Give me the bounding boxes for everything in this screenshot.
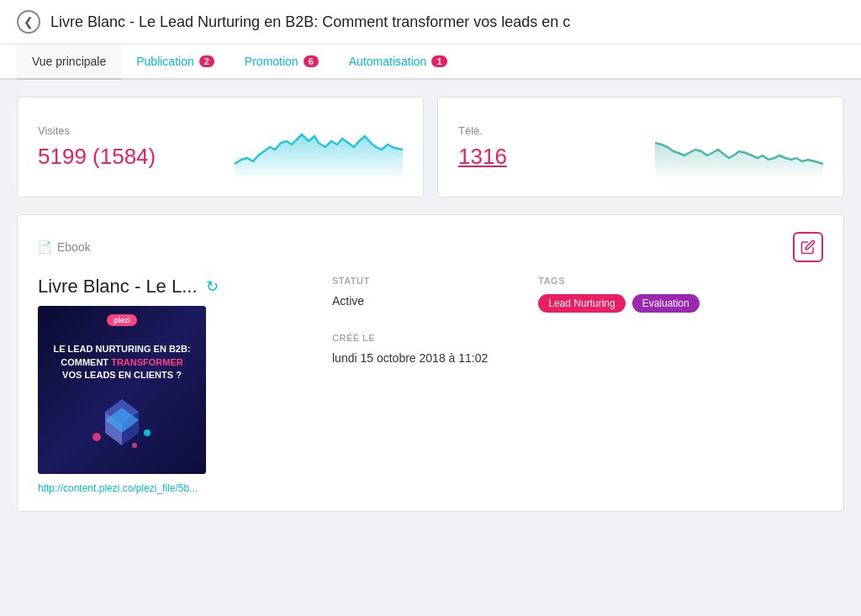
visites-card: Visites 5199 (1584) bbox=[17, 97, 424, 197]
created-label: CRÉÉ LE bbox=[332, 333, 488, 343]
visites-value[interactable]: 5199 (1584) bbox=[38, 144, 156, 170]
visites-left: Visites 5199 (1584) bbox=[38, 124, 156, 170]
tab-publication-label: Publication bbox=[136, 55, 194, 68]
tab-publication[interactable]: Publication 2 bbox=[121, 45, 230, 80]
tab-automatisation[interactable]: Automatisation 1 bbox=[334, 45, 462, 80]
tele-left: Télé. 1316 bbox=[458, 124, 507, 170]
stats-row: Visites 5199 (1584) Télé. 1316 bbox=[17, 97, 844, 197]
ebook-label-text: Ebook bbox=[57, 240, 91, 254]
tab-publication-badge: 2 bbox=[199, 55, 214, 67]
svg-point-6 bbox=[132, 443, 137, 448]
main-content: Visites 5199 (1584) Télé. 1316 bbox=[0, 80, 861, 529]
content-body: Livre Blanc - Le L... ↻ plezi LE LEAD NU… bbox=[38, 276, 823, 494]
visites-chart bbox=[235, 118, 403, 176]
status-value: Active bbox=[332, 294, 488, 308]
header: ❮ Livre Blanc - Le Lead Nurturing en B2B… bbox=[0, 0, 861, 45]
content-title-text: Livre Blanc - Le L... bbox=[38, 276, 198, 297]
visites-label: Visites bbox=[38, 124, 156, 137]
tabs-bar: Vue principale Publication 2 Promotion 6… bbox=[0, 45, 861, 80]
content-card: 📄 Ebook Livre Blanc - Le L... ↻ bbox=[17, 214, 844, 512]
cover-badge: plezi bbox=[107, 314, 137, 326]
status-section: STATUT Active bbox=[332, 276, 488, 308]
tele-value[interactable]: 1316 bbox=[458, 144, 507, 170]
tab-promotion-badge: 6 bbox=[304, 55, 319, 67]
cover-illustration bbox=[80, 391, 164, 454]
tags-container: Lead Nurturing Evaluation bbox=[538, 294, 699, 313]
tag-evaluation[interactable]: Evaluation bbox=[632, 294, 700, 313]
content-left: Livre Blanc - Le L... ↻ plezi LE LEAD NU… bbox=[38, 276, 307, 494]
tab-promotion[interactable]: Promotion 6 bbox=[230, 45, 334, 80]
created-section: CRÉÉ LE lundi 15 octobre 2018 à 11:02 bbox=[332, 333, 488, 365]
book-cover-inner: plezi LE LEAD NURTURING EN B2B:COMMENT T… bbox=[38, 306, 206, 474]
tab-vue-label: Vue principale bbox=[32, 55, 106, 68]
page-title: Livre Blanc - Le Lead Nurturing en B2B: … bbox=[50, 13, 570, 31]
content-link[interactable]: http://content.plezi.co/plezi_file/5b... bbox=[38, 482, 307, 494]
content-card-header: 📄 Ebook bbox=[38, 232, 823, 262]
ebook-label: 📄 Ebook bbox=[38, 240, 91, 254]
svg-point-5 bbox=[144, 429, 151, 436]
back-icon: ❮ bbox=[24, 15, 34, 29]
cover-title: LE LEAD NURTURING EN B2B:COMMENT TRANSFO… bbox=[53, 343, 190, 382]
tele-label: Télé. bbox=[458, 124, 507, 137]
tags-label: TAGS bbox=[538, 276, 699, 286]
tab-automatisation-badge: 1 bbox=[431, 55, 446, 67]
content-meta: STATUT Active CRÉÉ LE lundi 15 octobre 2… bbox=[332, 276, 823, 494]
tele-card: Télé. 1316 bbox=[437, 97, 844, 197]
svg-point-4 bbox=[92, 433, 101, 441]
tags-section: TAGS Lead Nurturing Evaluation bbox=[538, 276, 699, 494]
back-button[interactable]: ❮ bbox=[17, 10, 40, 34]
status-label: STATUT bbox=[332, 276, 488, 286]
ebook-icon: 📄 bbox=[38, 240, 52, 254]
edit-icon bbox=[800, 240, 816, 255]
tab-vue-principale[interactable]: Vue principale bbox=[17, 45, 121, 80]
book-cover: plezi LE LEAD NURTURING EN B2B:COMMENT T… bbox=[38, 306, 206, 474]
tab-promotion-label: Promotion bbox=[245, 55, 298, 68]
tele-chart bbox=[655, 118, 823, 176]
tag-lead-nurturing[interactable]: Lead Nurturing bbox=[538, 294, 625, 313]
edit-button[interactable] bbox=[793, 232, 823, 262]
created-value: lundi 15 octobre 2018 à 11:02 bbox=[332, 351, 488, 365]
refresh-icon[interactable]: ↻ bbox=[206, 277, 219, 296]
content-title-row: Livre Blanc - Le L... ↻ bbox=[38, 276, 307, 297]
tab-automatisation-label: Automatisation bbox=[349, 55, 427, 68]
